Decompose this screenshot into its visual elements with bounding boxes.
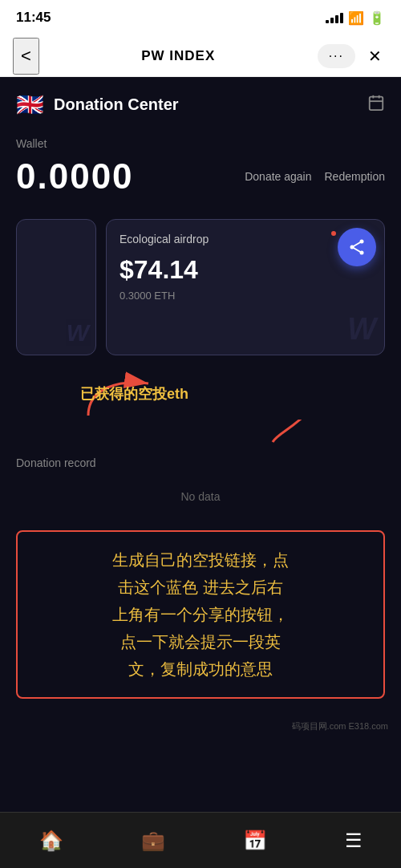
card-watermark-left: W: [67, 319, 89, 347]
header-section: 🇬🇧 Donation Center: [0, 77, 401, 129]
wallet-amount: 0.0000: [16, 156, 134, 197]
tab-home[interactable]: 🏠: [23, 823, 79, 858]
annotation-box: 生成自己的空投链接，点 击这个蓝色 进去之后右 上角有一个分享的按钮， 点一下就…: [16, 530, 385, 699]
donation-record-section: Donation record No data: [0, 444, 401, 522]
annotation-arrows: [16, 371, 385, 420]
signal-icon: [326, 12, 343, 23]
calendar-icon[interactable]: [367, 94, 385, 116]
airdrop-card: Ecological airdrop $74.14 0.3000 ETH W: [106, 219, 385, 355]
more-options-button[interactable]: ···: [318, 44, 355, 68]
airdrop-amount: $74.14: [119, 255, 371, 285]
svg-line-7: [352, 241, 362, 247]
tab-bar: 🏠 💼 📅 ☰: [0, 812, 401, 868]
nav-actions: ··· ✕: [318, 43, 388, 69]
no-data-text: No data: [16, 479, 385, 517]
donate-again-button[interactable]: Donate again: [245, 167, 311, 186]
airdrop-dot: [331, 231, 336, 236]
annotation-text: 生成自己的空投链接，点 击这个蓝色 进去之后右 上角有一个分享的按钮， 点一下就…: [30, 546, 371, 683]
wallet-label: Wallet: [16, 137, 385, 150]
home-icon: 🏠: [39, 829, 63, 852]
small-card: W: [16, 219, 96, 355]
wallet-row: 0.0000 Donate again Redemption: [16, 156, 385, 197]
status-time: 11:45: [16, 10, 51, 26]
arrow-section: 已获得的空投eth: [0, 371, 401, 420]
blue-button-arrow: [16, 420, 385, 444]
card-watermark-right: W: [347, 312, 376, 347]
wallet-section: Wallet 0.0000 Donate again Redemption: [0, 129, 401, 211]
tab-menu[interactable]: ☰: [329, 823, 379, 858]
status-icons: 📶 🔋: [326, 10, 385, 26]
flag-icon: 🇬🇧: [16, 91, 44, 118]
back-button[interactable]: <: [13, 38, 39, 75]
close-button[interactable]: ✕: [362, 43, 388, 69]
donation-record-title: Donation record: [16, 456, 385, 469]
wallet-icon: 💼: [141, 829, 165, 852]
nav-bar: < PW INDEX ··· ✕: [0, 35, 401, 77]
status-bar: 11:45 📶 🔋: [0, 0, 401, 35]
svg-line-8: [352, 247, 362, 253]
watermark-section: 码项目网.com E318.com: [0, 715, 401, 797]
watermark-text: 码项目网.com E318.com: [292, 721, 388, 731]
main-content: 🇬🇧 Donation Center Wallet 0.0000 Donate …: [0, 77, 401, 812]
tab-wallet[interactable]: 💼: [125, 823, 181, 858]
wifi-icon: 📶: [348, 10, 364, 26]
airdrop-eth: 0.3000 ETH: [119, 290, 371, 302]
page-title: Donation Center: [54, 95, 179, 114]
airdrop-label-annotation: 已获得的空投eth: [80, 384, 188, 404]
battery-icon: 🔋: [369, 10, 385, 26]
nav-title: PW INDEX: [141, 48, 215, 64]
arrow-section-2: [0, 420, 401, 444]
svg-rect-0: [370, 96, 383, 110]
card-section: W Ecological airdrop $74.14 0.3000 ETH W: [0, 211, 401, 371]
tab-calendar[interactable]: 📅: [227, 823, 283, 858]
header-left: 🇬🇧 Donation Center: [16, 91, 179, 118]
calendar-tab-icon: 📅: [243, 829, 267, 852]
airdrop-share-button[interactable]: [338, 228, 376, 266]
redemption-button[interactable]: Redemption: [325, 167, 386, 186]
menu-icon: ☰: [345, 829, 363, 852]
wallet-actions: Donate again Redemption: [245, 167, 385, 186]
